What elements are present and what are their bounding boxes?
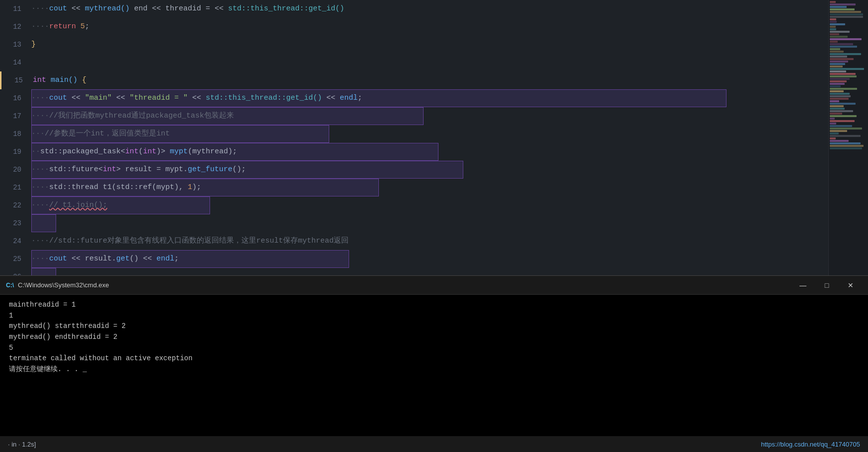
code-line[interactable]: 17····//我们把函数mythread通过packaged_task包装起来 bbox=[0, 107, 868, 125]
code-editor[interactable]: 11····cout << mythread() end << threadid… bbox=[0, 0, 868, 275]
line-content: ····cout << mythread() end << threadid =… bbox=[27, 0, 868, 18]
cmd-title-left: C:\ C:\Windows\System32\cmd.exe bbox=[6, 281, 109, 289]
line-number: 15 bbox=[1, 71, 29, 89]
line-number: 11 bbox=[0, 0, 27, 18]
cmd-output: mainthreadid = 11mythread() startthreadi… bbox=[0, 295, 868, 380]
line-number: 17 bbox=[0, 107, 27, 125]
code-line[interactable]: 22····// t1.join(); bbox=[0, 196, 868, 214]
line-number: 12 bbox=[0, 18, 27, 36]
cmd-title-right[interactable]: — □ ✕ bbox=[792, 278, 862, 293]
status-left: · in · 1.2s] bbox=[8, 441, 36, 448]
line-content: ····std::thread t1(std::ref(mypt), 1); bbox=[27, 179, 868, 196]
line-content: ····return 5; bbox=[27, 18, 868, 36]
cmd-close-button[interactable]: ✕ bbox=[839, 278, 862, 293]
cmd-output-line: mythread() endthreadid = 2 bbox=[9, 332, 859, 343]
line-number: 22 bbox=[0, 196, 27, 214]
cmd-output-line: terminate called without an active excep… bbox=[9, 353, 859, 364]
line-content: ····//std::future对象里包含有线程入口函数的返回结果，这里res… bbox=[27, 232, 868, 250]
line-content: } bbox=[27, 36, 868, 54]
code-line[interactable]: 18···//参数是一个int，返回值类型是int bbox=[0, 125, 868, 143]
code-line[interactable]: 25····cout << result.get() << endl; bbox=[0, 250, 868, 268]
line-content: int main() { bbox=[29, 71, 868, 89]
line-content: ····cout << result.get() << endl; bbox=[27, 250, 868, 268]
status-bar: · in · 1.2s] https://blog.csdn.net/qq_41… bbox=[0, 436, 868, 452]
code-line[interactable]: 11····cout << mythread() end << threadid… bbox=[0, 0, 868, 18]
line-content: ···//参数是一个int，返回值类型是int bbox=[27, 125, 868, 143]
line-number: 23 bbox=[0, 214, 27, 232]
status-right: https://blog.csdn.net/qq_41740705 bbox=[761, 441, 861, 448]
line-number: 18 bbox=[0, 125, 27, 143]
line-number: 16 bbox=[0, 89, 27, 107]
code-line[interactable]: 16····cout << "main" << "threadid = " <<… bbox=[0, 89, 868, 107]
cmd-output-line: 请按任意键继续. . . _ bbox=[9, 364, 859, 375]
cmd-icon: C:\ bbox=[6, 281, 14, 289]
cmd-output-line: 1 bbox=[9, 311, 859, 322]
line-number: 13 bbox=[0, 36, 27, 54]
code-line[interactable]: 12····return 5; bbox=[0, 18, 868, 36]
line-number: 14 bbox=[0, 54, 27, 71]
line-content: ····// t1.join(); bbox=[27, 196, 868, 214]
line-number: 21 bbox=[0, 179, 27, 196]
code-line[interactable]: 23 bbox=[0, 214, 868, 232]
line-content: ··std::packaged_task<int(int)> mypt(myth… bbox=[27, 143, 868, 161]
code-line[interactable]: 13} bbox=[0, 36, 868, 54]
line-number: 19 bbox=[0, 143, 27, 161]
line-number: 26 bbox=[0, 268, 27, 275]
cmd-titlebar: C:\ C:\Windows\System32\cmd.exe — □ ✕ bbox=[0, 276, 868, 295]
code-line[interactable]: 14 bbox=[0, 54, 868, 71]
code-line[interactable]: 26 bbox=[0, 268, 868, 275]
line-content: ····cout << "main" << "threadid = " << s… bbox=[27, 89, 868, 107]
cmd-window[interactable]: C:\ C:\Windows\System32\cmd.exe — □ ✕ ma… bbox=[0, 275, 868, 436]
cmd-maximize-button[interactable]: □ bbox=[815, 278, 838, 293]
cmd-title-text: C:\Windows\System32\cmd.exe bbox=[18, 281, 109, 289]
code-line[interactable]: 24····//std::future对象里包含有线程入口函数的返回结果，这里r… bbox=[0, 232, 868, 250]
line-number: 24 bbox=[0, 232, 27, 250]
cmd-output-line: 5 bbox=[9, 343, 859, 354]
line-content: ····//我们把函数mythread通过packaged_task包装起来 bbox=[27, 107, 868, 125]
cmd-output-line: mainthreadid = 1 bbox=[9, 300, 859, 311]
line-content: ····std::future<int> result = mypt.get_f… bbox=[27, 161, 868, 179]
cmd-minimize-button[interactable]: — bbox=[792, 278, 814, 293]
code-lines: 11····cout << mythread() end << threadid… bbox=[0, 0, 868, 275]
code-line[interactable]: 19··std::packaged_task<int(int)> mypt(my… bbox=[0, 143, 868, 161]
line-number: 25 bbox=[0, 250, 27, 268]
code-line[interactable]: 15int main() { bbox=[0, 71, 868, 89]
cmd-output-line: mythread() startthreadid = 2 bbox=[9, 321, 859, 332]
code-line[interactable]: 21····std::thread t1(std::ref(mypt), 1); bbox=[0, 179, 868, 196]
line-number: 20 bbox=[0, 161, 27, 179]
code-line[interactable]: 20····std::future<int> result = mypt.get… bbox=[0, 161, 868, 179]
